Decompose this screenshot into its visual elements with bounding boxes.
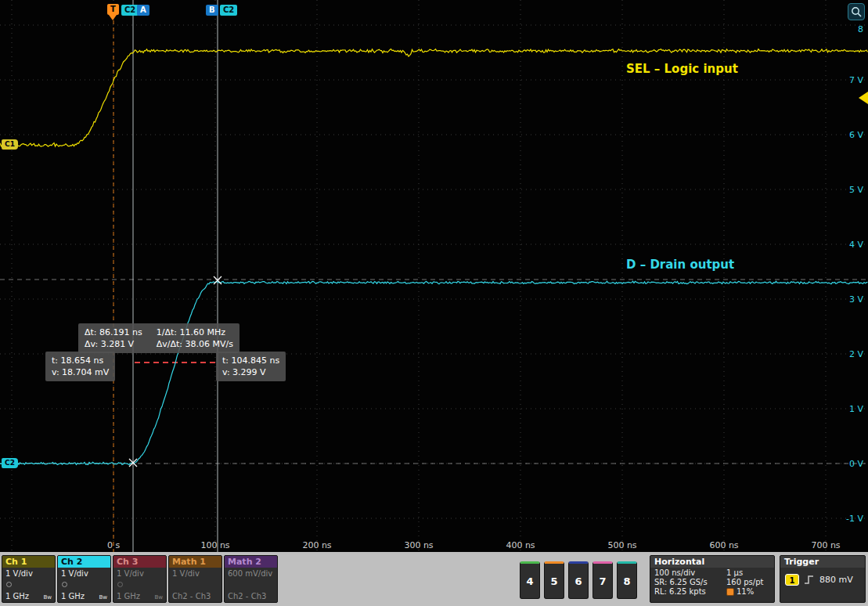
record-length: RL: 6.25 kpts [654,587,726,596]
channel-scale: 1 V/div [113,568,166,578]
cursor-b-time: t: 104.845 ns [222,355,279,366]
t-axis-label: 700 ns [811,540,840,550]
function-buttons: 4 5 6 7 8 [520,561,637,599]
horizontal-title: Horizontal [650,556,774,568]
cursor-b-voltage: v: 3.299 V [222,366,279,378]
math-scale: 600 mV/div [225,568,277,578]
trigger-arrow-icon [109,15,117,20]
cursor-readout-a[interactable]: t: 18.654 ns v: 18.704 mV [45,352,115,381]
bw-limit-label: Bw [43,594,52,601]
trigger-source-badge: 1 [785,574,799,586]
sample-rate: SR: 6.25 GS/s [654,578,726,586]
inv-delta-t-value: 1/Δt: 11.60 MHz [157,326,233,338]
v-axis-label: 5 V [849,185,863,195]
math1-badge[interactable]: Math 1 1 V/div Ch2 - Ch3 [168,555,222,603]
v-axis-label: 8 [858,24,863,34]
oscilloscope-screen: 8 7 V 6 V 5 V 4 V 3 V 2 V 1 V 0 V -1 V 0… [0,0,868,606]
math-source: Ch2 - Ch3 [172,592,211,601]
trigger-level: 880 mV [819,575,853,585]
waveform-svg [0,0,868,552]
slew-rate-value: Δv/Δt: 38.06 MV/s [157,338,233,350]
delta-v-value: Δv: 3.281 V [85,338,142,350]
button-8[interactable]: 8 [617,561,637,599]
channel-name: Ch 1 [2,556,55,568]
t-axis-label: 100 ns [200,540,229,550]
t-axis-label: 500 ns [607,540,636,550]
ch1-annotation: SEL – Logic input [626,62,738,76]
channel-badge-ch1[interactable]: Ch 1 1 V/div 1 GHz Bw [2,555,56,603]
cursor-readout-delta[interactable]: Δt: 86.191 ns 1/Δt: 11.60 MHz Δv: 3.281 … [78,323,240,353]
ch1-position-marker[interactable]: C1 [2,139,18,150]
trigger-title: Trigger [780,556,865,568]
horizontal-scale: 100 ns/div [654,568,726,577]
t-axis-label: 600 ns [709,540,738,550]
cursor-a-time: t: 18.654 ns [52,355,109,366]
trigger-panel[interactable]: Trigger 1 880 mV [780,555,866,603]
v-axis-label: -1 V [846,514,863,524]
horizontal-position: 11% [737,587,754,596]
channel-scale: 1 V/div [2,568,55,578]
trigger-level-marker[interactable] [859,92,868,104]
sample-resolution: 160 ps/pt [726,578,770,586]
horizontal-window: 1 μs [726,568,770,577]
status-bar: Ch 1 1 V/div 1 GHz Bw Ch 2 1 V/div 1 GHz… [0,552,868,606]
magnifier-icon [851,6,863,18]
cursor-b-badge[interactable]: B [206,5,218,16]
t-axis-label: 300 ns [404,540,433,550]
v-axis-label: 1 V [849,404,863,414]
math-source: Ch2 - Ch3 [228,592,266,601]
v-axis-label: 6 V [849,130,863,140]
button-5[interactable]: 5 [544,561,564,599]
probe-icon [62,582,67,587]
t-axis-label: 200 ns [302,540,331,550]
cursor-a-badge[interactable]: A [137,5,149,16]
channel-name: Ch 2 [58,556,110,568]
rising-edge-icon [804,574,815,586]
zoom-button[interactable] [848,3,865,20]
bw-limit-label: Bw [99,594,107,601]
v-axis-label: 0 V [849,459,863,469]
math-name: Math 2 [225,556,277,568]
bw-limit-label: Bw [154,594,163,601]
channel-badge-ch2[interactable]: Ch 2 1 V/div 1 GHz Bw [57,555,111,603]
v-axis-label: 4 V [849,240,863,250]
ch2-trace [0,281,868,465]
math-scale: 1 V/div [169,568,222,578]
channel-bandwidth: 1 GHz [5,592,29,601]
channel-badge-ch3[interactable]: Ch 3 1 V/div 1 GHz Bw [113,555,167,603]
probe-icon [6,582,12,587]
probe-icon [117,582,123,587]
horizontal-panel[interactable]: Horizontal 100 ns/div 1 μs SR: 6.25 GS/s… [650,555,775,603]
t-axis-label: 0 s [107,540,120,550]
v-axis-label: 3 V [849,294,863,305]
cursor-readout-b[interactable]: t: 104.845 ns v: 3.299 V [216,352,286,381]
button-7[interactable]: 7 [592,561,613,599]
ch2-annotation: D – Drain output [626,258,734,272]
delta-t-value: Δt: 86.191 ns [85,326,142,338]
channel-badges: Ch 1 1 V/div 1 GHz Bw Ch 2 1 V/div 1 GHz… [2,555,278,603]
t-axis-label: 400 ns [506,540,535,550]
channel-bandwidth: 1 GHz [61,592,85,601]
horizontal-position-icon [726,588,734,596]
cursor-a-voltage: v: 18.704 mV [52,366,109,378]
cursor-b-source-badge[interactable]: C2 [220,5,237,16]
channel-name: Ch 3 [113,556,166,568]
channel-scale: 1 V/div [58,568,110,578]
button-6[interactable]: 6 [568,561,589,599]
button-4[interactable]: 4 [520,561,540,599]
math2-badge[interactable]: Math 2 600 mV/div Ch2 - Ch3 [224,555,278,603]
trigger-marker[interactable]: T [107,4,119,15]
math-name: Math 1 [169,556,222,568]
v-axis-label: 2 V [849,349,863,359]
v-axis-label: 7 V [849,75,863,85]
ch2-position-marker[interactable]: C2 [2,458,18,468]
waveform-display: 8 7 V 6 V 5 V 4 V 3 V 2 V 1 V 0 V -1 V 0… [0,0,868,552]
cursor-a-source-badge[interactable]: C2 [121,5,139,16]
channel-bandwidth: 1 GHz [117,592,140,601]
